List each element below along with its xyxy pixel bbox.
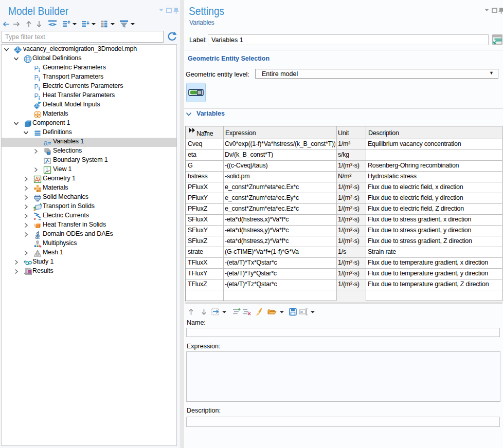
svg-text:a: a (44, 138, 48, 146)
svg-text:P: P (34, 92, 39, 100)
svg-text:dt: dt (35, 235, 40, 239)
svg-text:P: P (34, 74, 39, 81)
svg-text:P: P (34, 83, 39, 90)
svg-text:P: P (34, 65, 39, 72)
